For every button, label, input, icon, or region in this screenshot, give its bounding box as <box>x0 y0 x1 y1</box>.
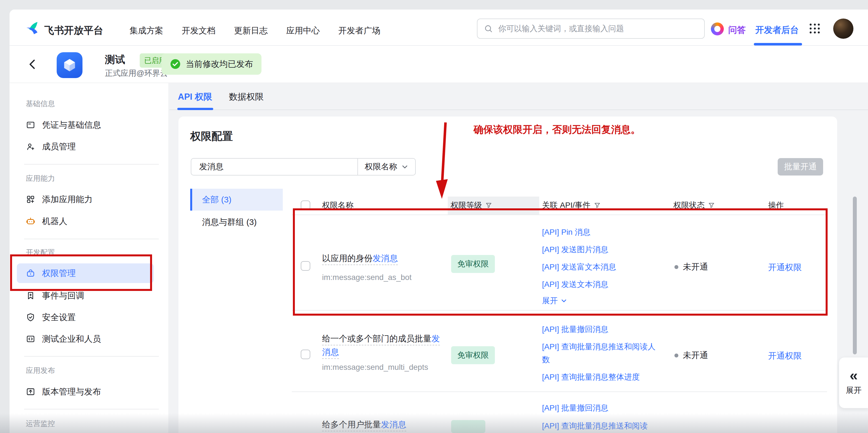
app-header-divider <box>9 83 868 83</box>
app-logo-icon <box>57 52 83 78</box>
tab-active-underline <box>177 108 213 110</box>
sidebar-divider <box>24 164 159 165</box>
permission-name-highlight: 发消息 <box>381 420 406 429</box>
back-icon[interactable] <box>26 58 39 71</box>
apps-grid-icon[interactable] <box>810 24 820 33</box>
sidebar-section-monitoring: 运营监控 <box>26 419 55 429</box>
check-circle-icon <box>170 59 181 69</box>
api-list: [API] 批量撤回消息 [API] 查询批量消息推送和阅读 <box>542 402 663 433</box>
permission-name-text: 给多个用户批量 <box>322 420 381 429</box>
enable-permission-link[interactable]: 开通权限 <box>768 350 802 362</box>
sidebar-item-add-capability[interactable]: 添加应用能力 <box>17 190 154 209</box>
api-link[interactable]: [API] 批量撤回消息 <box>542 323 663 336</box>
permission-search-group: 权限名称 <box>191 158 416 175</box>
filter-icon[interactable] <box>485 202 492 209</box>
sidebar-divider <box>24 356 159 357</box>
double-chevron-left-icon: « <box>850 370 858 381</box>
sidebar-item-versions[interactable]: 版本管理与发布 <box>17 382 154 402</box>
sidebar-item-label: 成员管理 <box>42 141 76 152</box>
qa-link[interactable]: 问答 <box>728 24 746 36</box>
nav-item-solutions[interactable]: 集成方案 <box>130 25 163 36</box>
annotation-rect-sidebar <box>10 254 152 291</box>
sidebar-item-test-org[interactable]: 测试企业和人员 <box>17 329 154 349</box>
sidebar-item-members[interactable]: 成员管理 <box>17 137 154 156</box>
user-avatar[interactable] <box>833 19 854 39</box>
sidebar-item-label: 机器人 <box>42 216 67 227</box>
sidebar-section-basic: 基础信息 <box>26 99 55 109</box>
global-search[interactable] <box>477 19 705 39</box>
sidebar-section-capability: 应用能力 <box>26 174 55 183</box>
sidebar-section-release: 应用发布 <box>26 366 55 375</box>
sidebar-item-label: 凭证与基础信息 <box>42 119 101 131</box>
sidebar-item-label: 添加应用能力 <box>42 194 93 205</box>
row-checkbox[interactable] <box>301 350 310 359</box>
category-message-group[interactable]: 消息与群组 (3) <box>190 211 283 233</box>
qa-gradient-icon[interactable] <box>711 23 724 35</box>
sidebar-item-label: 测试企业和人员 <box>42 333 101 345</box>
api-link[interactable]: [API] 查询批量消息整体进度 <box>542 371 663 383</box>
id-card-icon <box>26 120 35 130</box>
person-add-icon <box>26 142 35 151</box>
vertical-scrollbar[interactable] <box>853 197 857 354</box>
permission-search-input[interactable] <box>191 162 358 172</box>
category-all[interactable]: 全部 (3) <box>190 189 283 211</box>
panel-title: 权限配置 <box>190 129 233 144</box>
sidebar-divider <box>24 409 159 409</box>
published-banner-text: 当前修改均已发布 <box>186 58 253 70</box>
brand-title[interactable]: 飞书开放平台 <box>44 24 103 37</box>
sidebar-divider <box>24 239 159 239</box>
nav-item-changelog[interactable]: 更新日志 <box>234 25 268 36</box>
status-dot-icon <box>675 353 678 357</box>
permission-name[interactable]: 给多个用户批量发消息 <box>322 418 446 431</box>
sidebar-item-security[interactable]: 安全设置 <box>17 308 154 327</box>
code-box-icon <box>26 334 35 344</box>
search-filter-value: 权限名称 <box>365 161 397 172</box>
api-link[interactable]: [API] 批量撤回消息 <box>542 402 663 414</box>
sidebar-item-label: 事件与回调 <box>42 290 84 301</box>
search-icon <box>484 24 493 33</box>
shield-check-icon <box>26 313 35 322</box>
grid-add-icon <box>26 195 35 204</box>
sidebar-item-label: 版本管理与发布 <box>42 386 101 398</box>
expand-panel-label: 展开 <box>846 385 862 396</box>
permission-status: 未开通 <box>675 350 708 361</box>
bulk-enable-button[interactable]: 批量开通 <box>778 158 823 175</box>
tab-track <box>169 110 868 110</box>
tab-api-permissions[interactable]: API 权限 <box>178 91 212 103</box>
nav-item-app-center[interactable]: 应用中心 <box>286 25 320 36</box>
global-search-input[interactable] <box>498 24 698 33</box>
permission-name-text: 给一个或多个部门的成员批量 <box>322 334 432 343</box>
robot-icon <box>26 216 35 226</box>
upload-box-icon <box>26 387 35 397</box>
permission-name[interactable]: 给一个或多个部门的成员批量发消息 <box>322 332 446 359</box>
nav-divider <box>9 45 868 46</box>
sidebar-item-credentials[interactable]: 凭证与基础信息 <box>17 115 154 135</box>
annotation-rect-table-row <box>293 208 828 316</box>
sidebar-item-bot[interactable]: 机器人 <box>17 211 154 231</box>
published-banner: 当前修改均已发布 <box>162 53 261 75</box>
tab-data-permissions[interactable]: 数据权限 <box>229 91 264 103</box>
feishu-logo-icon[interactable] <box>25 21 41 37</box>
console-link[interactable]: 开发者后台 <box>755 24 799 36</box>
annotation-arrow <box>429 119 463 203</box>
level-badge <box>451 420 485 433</box>
bookmark-add-icon <box>26 291 35 300</box>
search-filter-select[interactable]: 权限名称 <box>358 161 415 172</box>
nav-item-marketplace[interactable]: 开发者广场 <box>338 25 380 36</box>
filter-icon[interactable] <box>594 202 601 209</box>
chevron-down-icon <box>401 163 408 170</box>
expand-panel-tab[interactable]: « 展开 <box>839 357 868 408</box>
app-name: 测试 <box>105 53 125 66</box>
table-divider <box>292 392 827 392</box>
console-active-indicator <box>754 43 802 46</box>
annotation-note: 确保该权限开启，否则无法回复消息。 <box>473 123 641 136</box>
api-link[interactable]: [API] 查询批量消息推送和阅读 <box>542 420 663 432</box>
permission-code: im:message:send_multi_depts <box>322 363 428 372</box>
filter-icon[interactable] <box>708 202 715 209</box>
api-link[interactable]: [API] 查询批量消息推送和阅读人数 <box>542 340 663 366</box>
api-list: [API] 批量撤回消息 [API] 查询批量消息推送和阅读人数 [API] 查… <box>542 323 663 388</box>
app-subtitle: 正式应用@环界云 <box>105 68 168 79</box>
nav-item-docs[interactable]: 开发文档 <box>182 25 215 36</box>
level-badge: 免审权限 <box>451 346 495 364</box>
sidebar-item-label: 安全设置 <box>42 312 76 323</box>
